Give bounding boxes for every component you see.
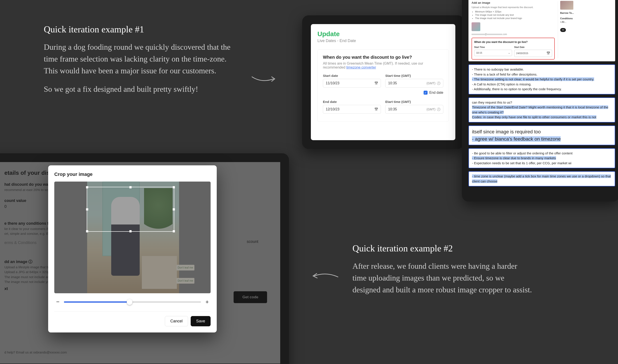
preview-thumb-icon xyxy=(560,1,573,10)
crop-handle-icon[interactable] xyxy=(173,186,175,188)
start-date-label: Start date xyxy=(323,74,381,78)
annotation-1-p2: So we got a fix designed and built prett… xyxy=(44,83,241,95)
feedback-line: - A Call to Action (CTA) option is missi… xyxy=(472,82,612,87)
add-image-heading: Add an image xyxy=(472,1,555,5)
crop-handle-icon[interactable] xyxy=(86,208,88,210)
annotation-1-p1: During a dog fooding round we quickly di… xyxy=(44,41,241,77)
crop-canvas[interactable] xyxy=(54,182,211,293)
crop-handle-icon[interactable] xyxy=(129,186,131,188)
thumbnail-icon xyxy=(472,22,480,31)
pill-button[interactable]: ••• xyxy=(560,28,566,32)
mini-form-screenshot: Add an image Upload a lifestyle image th… xyxy=(468,0,615,61)
mini-start-time-input[interactable]: 10:15⌄ xyxy=(474,50,512,56)
annotation-2-title: Quick iteration example #2 xyxy=(352,243,532,254)
feedback-snippet-3: itself since image is required too - agr… xyxy=(468,126,615,145)
zoom-out-icon[interactable]: − xyxy=(55,299,60,305)
image-requirements-list: Minimum 640px × 320px The image must not… xyxy=(475,10,555,20)
arrow-left-icon xyxy=(311,269,339,283)
feedback-line: - Expectation needs to be set that its 1… xyxy=(472,161,612,166)
feedback-snippet-5: - time zone is unclear (maybe add a tick… xyxy=(468,171,615,186)
mini-sidebar: Barrow To... Conditions • Alt... ••• xyxy=(558,1,612,58)
mini-start-date-input[interactable]: 24/03/2015 xyxy=(514,50,552,57)
timezone-problem-highlight: When do you want the discount to go live… xyxy=(472,38,555,60)
crop-handle-icon[interactable] xyxy=(129,230,131,232)
crop-selection[interactable] xyxy=(87,187,174,232)
zoom-slider-row: − + xyxy=(55,299,210,305)
side-title: Barrow To... xyxy=(560,11,612,15)
crop-image-modal: Crop your image − xyxy=(48,165,217,332)
save-button[interactable]: Save xyxy=(191,316,211,326)
feedback-line-highlighted: Timezone of the Start Date/End Date? Mig… xyxy=(472,105,608,114)
zoom-in-icon[interactable]: + xyxy=(205,299,210,305)
req-item: The image must not include your brand lo… xyxy=(475,17,555,20)
feedback-line-highlighted: - time zone is unclear (maybe add a tick… xyxy=(472,174,611,183)
get-code-button[interactable]: Get code xyxy=(233,291,267,303)
cancel-button[interactable]: Cancel xyxy=(165,316,188,326)
start-date-input[interactable]: 11/10/23 xyxy=(323,79,381,88)
zoom-slider[interactable] xyxy=(64,301,201,303)
feedback-line: itself since image is required too xyxy=(472,128,612,135)
calendar-icon xyxy=(546,51,550,56)
end-date-label: End date xyxy=(323,100,381,104)
crop-modal-title: Crop your image xyxy=(54,171,211,177)
timezone-converter-link[interactable]: timezone converter xyxy=(346,65,376,69)
feedback-line-highlighted: - The timezone setting is not clear; it … xyxy=(472,77,594,81)
update-subcaption: Live Dates - End Date xyxy=(317,39,449,43)
start-time-value: 10:35 xyxy=(388,81,397,85)
side-alt: Alt... xyxy=(562,21,566,23)
end-date-value: 12/10/23 xyxy=(326,107,339,111)
go-live-question: When do you want the discount to go live… xyxy=(323,55,443,60)
bg-discount-preview: scount xyxy=(247,239,258,245)
mini-start-time-label: Start Time xyxy=(474,46,512,49)
feedback-snippet-4: - Be good to be able to filter or adjust… xyxy=(468,148,615,169)
annotation-example-2: Quick iteration example #2 After release… xyxy=(352,243,532,296)
timezone-helper: All times are in Greenwich Mean Time (GM… xyxy=(323,62,443,69)
feedback-line: - There is a lack of field for offer des… xyxy=(472,72,612,77)
feedback-line-highlighted: Codes: in case they only have one file t… xyxy=(472,115,596,119)
clock-icon[interactable] xyxy=(437,81,440,85)
slider-thumb-icon[interactable] xyxy=(127,299,132,305)
start-time-input[interactable]: 10:35 (GMT) xyxy=(385,79,443,88)
req-item: The image must not include any text xyxy=(475,13,555,17)
crop-handle-icon[interactable] xyxy=(173,230,175,232)
feedback-snippet-1: - There is no subcopy bar available. - T… xyxy=(468,65,615,94)
calendar-icon[interactable] xyxy=(374,81,378,85)
calendar-icon[interactable] xyxy=(374,107,378,111)
tablet-update-dates: Update Live Dates - End Date When do you… xyxy=(302,15,464,149)
update-heading: Update xyxy=(317,30,449,38)
etart-time-label: Etart time (GMT) xyxy=(385,100,443,104)
crop-handle-icon[interactable] xyxy=(86,186,88,188)
feedback-line-highlighted: - agree w/ bianca's feedback on timezone xyxy=(472,136,561,142)
end-date-input[interactable]: 12/10/23 xyxy=(323,105,381,114)
feedback-line: can they request this to us? xyxy=(472,100,612,105)
crop-handle-icon[interactable] xyxy=(173,208,175,210)
bg-help-text: d help? Email us at xxbrands@xxxxxx.com xyxy=(4,350,67,355)
tablet-feedback: Add an image Upload a lifestyle image th… xyxy=(462,0,618,201)
go-live-question-mini: When do you want the discount to go live… xyxy=(474,40,552,44)
side-conditions: Conditions xyxy=(560,17,612,20)
end-time-value: 10:35 xyxy=(388,107,397,111)
crop-handle-icon[interactable] xyxy=(86,230,88,232)
end-time-input[interactable]: 10:35 (GMT) xyxy=(385,105,443,114)
annotation-1-title: Quick iteration example #1 xyxy=(44,24,241,35)
feedback-line-highlighted: - Ensure timezone is clear due to brands… xyxy=(472,156,556,160)
update-inner-panel: When do you want the discount to go live… xyxy=(317,49,449,122)
end-date-checkbox-label: End date xyxy=(429,91,443,95)
end-date-checkbox-row[interactable]: ✓ End date xyxy=(323,91,443,95)
add-image-sub: Upload a lifestyle image that best repre… xyxy=(472,6,555,9)
clock-icon[interactable] xyxy=(437,107,440,111)
update-card: Update Live Dates - End Date When do you… xyxy=(311,24,455,140)
gmt-suffix: (GMT) xyxy=(427,81,436,85)
feedback-snippet-2: can they request this to us? Timezone of… xyxy=(468,97,615,122)
checkbox-checked-icon[interactable]: ✓ xyxy=(424,91,427,95)
annotation-example-1: Quick iteration example #1 During a dog … xyxy=(44,24,241,95)
gmt-suffix: (GMT) xyxy=(427,107,436,111)
annotation-2-p1: After release, we found clients were hav… xyxy=(352,260,532,296)
req-item: Minimum 640px × 320px xyxy=(475,10,555,13)
mini-start-date-label: Start Date xyxy=(514,46,552,49)
feedback-line: - There is no subcopy bar available. xyxy=(472,67,612,72)
feedback-line: - Additionally, there is no option to sp… xyxy=(472,87,612,92)
slider-fill xyxy=(64,301,129,303)
tablet-crop-modal: etails of your discount hat discount do … xyxy=(0,153,289,364)
start-date-value: 11/10/23 xyxy=(326,81,339,85)
